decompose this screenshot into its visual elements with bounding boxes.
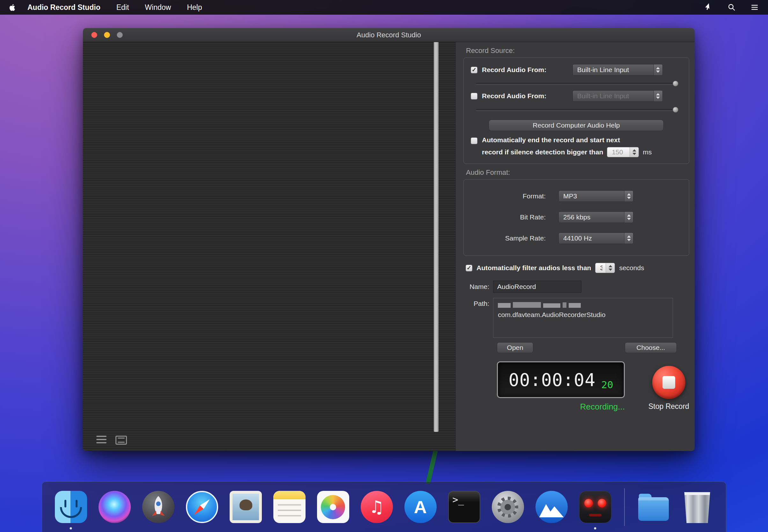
audio-format-heading: Audio Format: bbox=[466, 168, 689, 177]
dock-item-terminal[interactable]: >_ bbox=[448, 491, 480, 523]
auto-end-text: Automatically end the record and start n… bbox=[482, 136, 652, 157]
stepper-arrows-icon bbox=[624, 191, 633, 202]
window-content: Record Source: Record Audio From: Built-… bbox=[83, 42, 695, 451]
filter-audios-checkbox[interactable] bbox=[466, 265, 472, 271]
input-level-slider-1[interactable] bbox=[476, 80, 676, 87]
dock-item-notes[interactable] bbox=[273, 491, 306, 523]
trash-icon bbox=[683, 492, 711, 523]
slider-thumb[interactable] bbox=[673, 107, 678, 113]
open-button[interactable]: Open bbox=[497, 342, 533, 353]
ms-unit-label: ms bbox=[643, 148, 652, 156]
record-source-1-checkbox[interactable] bbox=[471, 67, 477, 73]
launchpad-icon bbox=[142, 491, 174, 523]
music-icon: ♫ bbox=[361, 491, 393, 523]
folder-icon bbox=[638, 497, 669, 521]
dock-item-system-preferences[interactable] bbox=[492, 491, 524, 523]
name-input[interactable] bbox=[493, 281, 581, 293]
audio-record-studio-window: Audio Record Studio Record Source: Recor… bbox=[83, 28, 695, 451]
notes-header bbox=[273, 491, 306, 499]
app-store-icon: A bbox=[404, 491, 437, 523]
path-box[interactable]: com.dfavteam.AudioRecorderStudio bbox=[493, 298, 673, 338]
mail-stamp-icon bbox=[230, 491, 262, 523]
timer-display: 00:00:04 20 bbox=[497, 361, 625, 398]
terminal-prompt-glyph: >_ bbox=[453, 494, 464, 505]
app-store-a-glyph: A bbox=[414, 497, 427, 517]
path-redacted-line bbox=[498, 301, 668, 308]
titlebar[interactable]: Audio Record Studio bbox=[83, 28, 695, 42]
slider-track bbox=[476, 83, 676, 85]
search-icon[interactable] bbox=[727, 3, 736, 12]
waveform-scrollbar[interactable] bbox=[434, 42, 439, 432]
dock-item-finder[interactable] bbox=[55, 491, 87, 523]
silence-threshold-select: 150 bbox=[607, 147, 639, 157]
dock: ♫ A >_ bbox=[42, 482, 726, 532]
path-bundle-id: com.dfavteam.AudioRecorderStudio bbox=[498, 311, 668, 319]
dock-item-safari[interactable] bbox=[186, 491, 218, 523]
dock-item-photos[interactable] bbox=[317, 491, 349, 523]
choose-button[interactable]: Choose... bbox=[625, 342, 677, 353]
sample-rate-select[interactable]: 44100 Hz bbox=[558, 233, 633, 244]
safari-icon bbox=[186, 491, 218, 523]
dock-item-blue-mountain-app[interactable] bbox=[535, 491, 568, 523]
auto-end-line2: record if silence detection bigger than bbox=[482, 148, 603, 156]
record-source-2-label: Record Audio From: bbox=[482, 92, 546, 100]
dock-item-siri[interactable] bbox=[99, 491, 131, 523]
audio-record-studio-icon bbox=[579, 491, 611, 523]
dock-item-audio-record-studio[interactable] bbox=[579, 491, 611, 523]
stepper-arrows-icon bbox=[624, 233, 633, 244]
menubar-app-name[interactable]: Audio Record Studio bbox=[27, 3, 100, 12]
menu-help[interactable]: Help bbox=[187, 3, 202, 12]
bit-rate-label: Bit Rate: bbox=[471, 213, 546, 221]
filter-seconds-stepper[interactable]: 3 bbox=[595, 263, 615, 273]
view-toggle-group bbox=[96, 436, 127, 445]
dock-item-trash[interactable] bbox=[681, 491, 713, 523]
close-button[interactable] bbox=[91, 32, 97, 38]
finder-icon bbox=[55, 491, 87, 523]
finder-eye bbox=[76, 500, 78, 507]
auto-end-line1: Automatically end the record and start n… bbox=[482, 136, 652, 144]
record-computer-audio-help-button[interactable]: Record Computer Audio Help bbox=[489, 120, 664, 131]
input-level-slider-2[interactable] bbox=[476, 106, 676, 113]
record-source-group: Record Audio From: Built-in Line Input R… bbox=[463, 57, 689, 164]
detail-view-icon[interactable] bbox=[115, 436, 127, 445]
slider-thumb[interactable] bbox=[673, 81, 678, 86]
apple-menu-icon[interactable] bbox=[9, 3, 16, 11]
mountain-shape bbox=[539, 502, 564, 517]
bit-rate-select[interactable]: 256 kbps bbox=[558, 211, 633, 223]
record-source-1-select[interactable]: Built-in Line Input bbox=[572, 64, 663, 76]
auto-end-checkbox[interactable] bbox=[471, 137, 477, 144]
terminal-icon: >_ bbox=[448, 491, 480, 523]
pinwheel-icon bbox=[321, 495, 345, 519]
music-note-glyph: ♫ bbox=[369, 497, 384, 517]
dock-item-folder[interactable] bbox=[638, 491, 670, 523]
pointer-icon[interactable] bbox=[704, 3, 713, 12]
menubar: Audio Record Studio Edit Window Help bbox=[0, 0, 768, 15]
name-label: Name: bbox=[463, 283, 493, 291]
menu-window[interactable]: Window bbox=[145, 3, 171, 12]
record-source-2-checkbox[interactable] bbox=[471, 93, 477, 100]
dock-item-launchpad[interactable] bbox=[142, 491, 174, 523]
stepper-arrows-icon bbox=[606, 263, 615, 273]
stop-record-button[interactable] bbox=[652, 366, 685, 399]
dock-item-music[interactable]: ♫ bbox=[361, 491, 393, 523]
stepper-arrows-icon bbox=[630, 147, 639, 157]
list-icon[interactable] bbox=[750, 3, 759, 12]
stop-record-label: Stop Record bbox=[648, 402, 689, 411]
blue-mountain-app-icon bbox=[535, 491, 568, 523]
timer-time: 00:00:04 bbox=[508, 370, 595, 390]
format-select[interactable]: MP3 bbox=[558, 190, 633, 202]
dock-item-app-store[interactable]: A bbox=[404, 491, 437, 523]
finder-eye bbox=[64, 500, 66, 507]
record-source-2-select: Built-in Line Input bbox=[572, 90, 663, 102]
record-source-1-label: Record Audio From: bbox=[482, 66, 546, 74]
list-view-icon[interactable] bbox=[96, 436, 107, 443]
filter-audios-label: Automatically filter audios less than bbox=[476, 264, 591, 272]
recording-status: Recording... bbox=[497, 402, 625, 412]
menu-edit[interactable]: Edit bbox=[116, 3, 129, 12]
running-indicator bbox=[594, 527, 596, 529]
dock-item-mail[interactable] bbox=[230, 491, 262, 523]
stop-column: Stop Record bbox=[648, 366, 689, 411]
stop-square-icon bbox=[662, 376, 675, 389]
minimize-button[interactable] bbox=[104, 32, 110, 38]
siri-icon bbox=[99, 491, 131, 523]
